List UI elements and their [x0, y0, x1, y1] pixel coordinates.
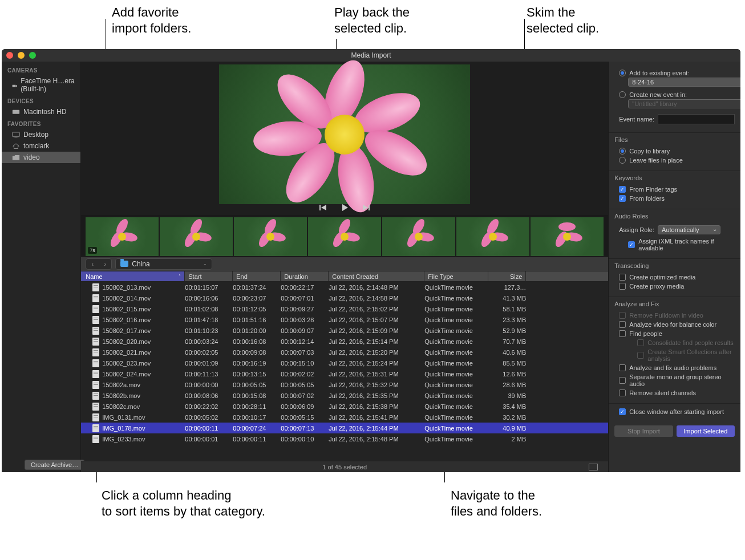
leave-inplace-radio[interactable]: Leave files in place: [614, 156, 735, 165]
event-select[interactable]: 8-24-16: [628, 78, 740, 87]
column-end[interactable]: End: [233, 271, 281, 281]
cell-end: 00:01:51:16: [233, 316, 281, 323]
minimize-window-button[interactable]: [18, 52, 25, 59]
filmstrip-thumb[interactable]: [382, 217, 455, 256]
cell-created: Jul 22, 2016, 2:14:58 PM: [329, 295, 424, 302]
table-row[interactable]: 150802_014.mov00:00:16:0600:00:23:0700:0…: [81, 293, 608, 303]
table-row[interactable]: IMG_0178.mov00:00:00:1100:00:07:2400:00:…: [81, 423, 608, 433]
filmstrip-thumb[interactable]: [308, 217, 381, 256]
ixml-check[interactable]: Assign iXML track names if available: [614, 237, 735, 253]
keywords-section: Keywords From Finder tags From folders: [609, 171, 740, 209]
filmstrip-thumb[interactable]: [456, 217, 529, 256]
table-row[interactable]: 150802_020.mov00:00:03:2400:00:16:0800:0…: [81, 336, 608, 347]
table-row[interactable]: 150802_024.mov00:00:11:1300:00:13:1500:0…: [81, 368, 608, 379]
add-existing-radio[interactable]: Add to existing event:: [614, 68, 735, 78]
filmstrip-thumb[interactable]: [160, 217, 233, 256]
assign-role-select[interactable]: Automatically: [658, 225, 720, 234]
copy-library-radio[interactable]: Copy to library: [614, 147, 735, 156]
table-row[interactable]: 150802_015.mov00:01:02:0800:01:12:0500:0…: [81, 303, 608, 314]
sidebar-item-video[interactable]: video: [2, 152, 80, 163]
filmstrip-thumb[interactable]: 7s: [86, 217, 159, 256]
table-row[interactable]: IMG_0233.mov00:00:00:0100:00:00:1100:00:…: [81, 433, 608, 444]
table-row[interactable]: 150802b.mov00:00:08:0600:00:15:0800:00:0…: [81, 390, 608, 401]
analyze-section: Analyze and Fix Remove Pulldown in video…: [609, 297, 740, 404]
filmstrip-thumb[interactable]: [234, 217, 307, 256]
column-size[interactable]: Size: [488, 271, 526, 281]
cell-size: 85.5 MB: [488, 360, 526, 367]
filmstrip-thumb[interactable]: [531, 217, 604, 256]
table-row[interactable]: 150802_017.mov00:01:10:2300:01:20:0000:0…: [81, 325, 608, 336]
cell-type: QuickTime movie: [424, 327, 488, 334]
close-window-button[interactable]: [6, 52, 13, 59]
sidebar-item-home[interactable]: tomclark: [2, 140, 80, 152]
table-row[interactable]: 150802a.mov00:00:00:0000:00:05:0500:00:0…: [81, 379, 608, 390]
cell-type: QuickTime movie: [424, 371, 488, 378]
cell-name: 150802_021.mov: [102, 349, 151, 356]
mono-check[interactable]: Separate mono and group stereo audio: [614, 372, 735, 388]
table-row[interactable]: 150802c.mov00:00:22:0200:00:28:1100:00:0…: [81, 401, 608, 412]
optimized-check[interactable]: Create optimized media: [614, 273, 735, 282]
cell-end: 00:00:16:08: [233, 338, 281, 345]
find-people-check[interactable]: Find people: [614, 329, 735, 338]
proxy-check[interactable]: Create proxy media: [614, 282, 735, 291]
sidebar-item-desktop[interactable]: Desktop: [2, 129, 80, 140]
import-selected-button[interactable]: Import Selected: [677, 425, 735, 437]
file-icon: [92, 392, 99, 400]
stop-import-button[interactable]: Stop Import: [614, 425, 673, 437]
column-name[interactable]: Name˄: [81, 271, 185, 281]
event-name-input[interactable]: [658, 114, 735, 124]
filmstrip[interactable]: 7s: [81, 216, 608, 257]
cell-type: QuickTime movie: [424, 403, 488, 410]
assign-role-label: Assign Role:: [619, 226, 654, 233]
silent-check[interactable]: Remove silent channels: [614, 388, 735, 397]
table-row[interactable]: 150802_016.mov00:01:47:1800:01:51:1600:0…: [81, 314, 608, 325]
audio-fix-check[interactable]: Analyze and fix audio problems: [614, 363, 735, 372]
play-button[interactable]: [340, 203, 349, 212]
cell-end: 00:00:23:07: [233, 295, 281, 302]
back-button[interactable]: ‹: [86, 259, 99, 269]
from-folders-check[interactable]: From folders: [614, 194, 735, 203]
sidebar-section-cameras: CAMERAS FaceTime H…era (Built-in): [2, 64, 80, 95]
sidebar-item-camera[interactable]: FaceTime H…era (Built-in): [2, 75, 80, 95]
cell-size: 35.4 MB: [488, 403, 526, 410]
section-title: Audio Roles: [614, 213, 735, 220]
column-duration[interactable]: Duration: [281, 271, 329, 281]
column-start[interactable]: Start: [185, 271, 233, 281]
chevron-updown-icon: ⌄: [203, 261, 207, 266]
table-row[interactable]: IMG_0131.mov00:00:05:0200:00:10:1700:00:…: [81, 412, 608, 423]
table-row[interactable]: 150802_023.mov00:00:01:0900:00:16:1900:0…: [81, 358, 608, 368]
create-new-radio[interactable]: Create new event in:: [614, 90, 735, 99]
zoom-window-button[interactable]: [29, 52, 36, 59]
cell-name: IMG_0233.mov: [102, 436, 145, 443]
close-window-check[interactable]: Close window after starting import: [614, 407, 735, 416]
create-archive-button[interactable]: Create Archive…: [25, 460, 84, 470]
cell-end: 00:00:16:19: [233, 360, 281, 367]
forward-button[interactable]: ›: [99, 259, 111, 269]
list-view-icon[interactable]: [589, 464, 598, 470]
sidebar-item-hdd[interactable]: Macintosh HD: [2, 106, 80, 117]
cell-duration: 00:00:09:07: [281, 327, 329, 334]
svg-marker-10: [363, 205, 368, 210]
window-titlebar: Media Import: [2, 49, 740, 62]
next-button[interactable]: [362, 203, 371, 212]
prev-button[interactable]: [318, 203, 327, 212]
import-buttons: Stop Import Import Selected: [609, 422, 740, 440]
file-list: Name˄ Start End Duration Content Created…: [81, 271, 608, 472]
checkbox-icon: [619, 321, 626, 328]
svg-rect-0: [13, 85, 16, 87]
finder-tags-check[interactable]: From Finder tags: [614, 185, 735, 194]
column-filetype[interactable]: File Type: [424, 271, 488, 281]
cell-type: QuickTime movie: [424, 284, 488, 291]
table-row[interactable]: 150802_021.mov00:00:02:0500:00:09:0800:0…: [81, 347, 608, 358]
section-title: Analyze and Fix: [614, 301, 735, 307]
cell-created: Jul 22, 2016, 2:15:14 PM: [329, 338, 424, 345]
table-row[interactable]: 150802_013.mov00:01:15:0700:01:37:2400:0…: [81, 282, 608, 293]
sidebar-header: CAMERAS: [2, 64, 80, 75]
transcoding-section: Transcoding Create optimized media Creat…: [609, 259, 740, 297]
smart-collections-check: Create Smart Collections after analysis: [614, 347, 735, 363]
balance-check[interactable]: Analyze video for balance color: [614, 320, 735, 329]
file-icon: [92, 435, 99, 443]
cell-size: 40.6 MB: [488, 349, 526, 356]
folder-select[interactable]: China ⌄: [115, 258, 212, 270]
column-created[interactable]: Content Created: [329, 271, 424, 281]
